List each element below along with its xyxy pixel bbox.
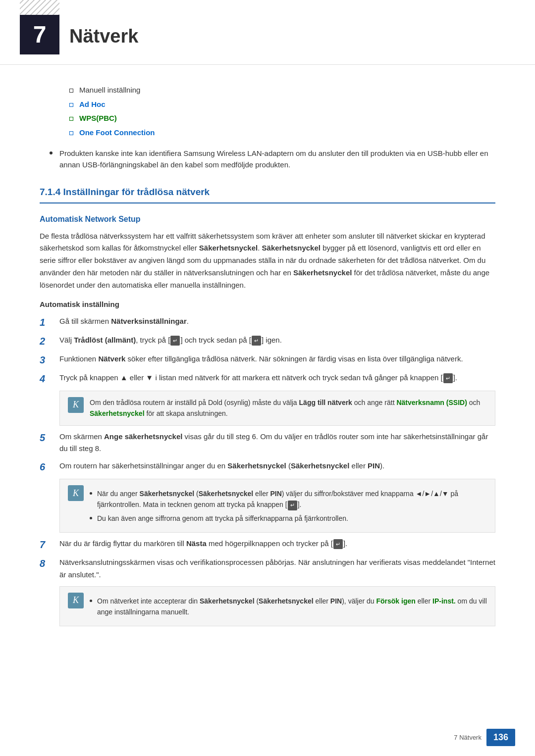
note-bullet: Du kan även ange siffrorna genom att try… (90, 513, 487, 524)
bold-text: Nätverk (98, 354, 125, 363)
green-bold-text: IP-inst. (432, 597, 456, 605)
bold-text: Lägg till nätverk (299, 399, 352, 406)
step-number: 8 (40, 556, 54, 570)
bullet-text: När du anger Säkerhetsnyckel (Säkerhetsn… (97, 488, 487, 510)
steps-list-end: 7 När du är färdig flyttar du markören t… (40, 538, 495, 581)
step-number: 7 (40, 538, 54, 552)
button-icon: ↵ (443, 373, 453, 383)
note-box-8: K Om nätverket inte accepterar din Säker… (59, 586, 495, 627)
bold-text: Ange säkerhetsnyckel (104, 432, 182, 441)
bold-text: PIN (368, 461, 380, 470)
bullet-dot (90, 517, 92, 519)
sub-bullet-list: Manuell inställning Ad Hoc WPS(PBC) One … (69, 85, 495, 138)
page-footer: 7 Nätverk 136 (0, 729, 535, 746)
bold-text: Säkerhetsnyckel (140, 490, 195, 498)
button-icon: ↵ (333, 539, 343, 549)
step-2: 2 Välj Trådlöst (allmänt), tryck på [↵] … (40, 334, 495, 348)
note-icon: K (68, 485, 84, 501)
green-bold-text: Säkerhetsnyckel (90, 409, 145, 417)
auto-install-heading: Automatisk inställning (40, 299, 495, 310)
note-content: Om nätverket inte accepterar din Säkerhe… (90, 593, 487, 620)
step-3: 3 Funktionen Nätverk söker efter tillgän… (40, 353, 495, 367)
subsection-auto-heading: Automatisk Network Setup (40, 213, 495, 225)
bold-text: PIN (330, 597, 342, 605)
step-text: Om routern har säkerhetsinställningar an… (59, 460, 495, 472)
green-bold-text: Försök igen (376, 597, 415, 605)
footer-page-number: 136 (486, 729, 515, 746)
bold-text: Säkerhetsnyckel (200, 597, 255, 605)
bullet-dot (90, 492, 92, 495)
bullet-square (69, 117, 73, 121)
button-icon: ↵ (288, 501, 297, 510)
bold-text: Säkerhetsnyckel (199, 490, 254, 498)
step-1: 1 Gå till skärmen Nätverksinställningar. (40, 315, 495, 329)
bullet-square (69, 89, 73, 93)
step-number: 6 (40, 460, 54, 474)
step-text: Gå till skärmen Nätverksinställningar. (59, 315, 495, 328)
bold-text: Säkerhetsnyckel (227, 461, 286, 470)
bullet-square (69, 131, 73, 135)
step-text: Om skärmen Ange säkerhetsnyckel visas gå… (59, 431, 495, 455)
step-number: 2 (40, 334, 54, 348)
note-bullets: När du anger Säkerhetsnyckel (Säkerhetsn… (90, 488, 487, 524)
bold-text: Nästa (186, 539, 207, 548)
green-bold-text: Nätverksnamn (SSID) (396, 399, 467, 406)
chapter-number-box: 7 (20, 15, 59, 54)
main-bullet-list: Produkten kanske inte kan identifiera Sa… (50, 148, 495, 170)
steps-list-continued: 5 Om skärmen Ange säkerhetsnyckel visas … (40, 431, 495, 474)
chapter-title: Nätverk (69, 15, 138, 50)
list-item: Manuell inställning (69, 85, 495, 96)
note-box-6: K När du anger Säkerhetsnyckel (Säkerhet… (59, 479, 495, 533)
step-6: 6 Om routern har säkerhetsinställningar … (40, 460, 495, 474)
step-7: 7 När du är färdig flyttar du markören t… (40, 538, 495, 552)
bullet-text: Om nätverket inte accepterar din Säkerhe… (97, 596, 487, 618)
bold-text: Trådlöst (allmänt) (74, 336, 136, 344)
page-container: 7 Nätverk Manuell inställning Ad Hoc WPS… (0, 0, 535, 756)
list-item: One Foot Connection (69, 127, 495, 139)
bullet-square (69, 103, 73, 107)
item-text: Ad Hoc (79, 99, 106, 110)
step-number: 3 (40, 353, 54, 367)
list-item: Produkten kanske inte kan identifiera Sa… (50, 148, 495, 170)
item-text: Produkten kanske inte kan identifiera Sa… (59, 148, 495, 170)
note-icon: K (68, 397, 84, 413)
bold-text: PIN (270, 490, 281, 498)
note-bullet: Om nätverket inte accepterar din Säkerhe… (90, 596, 487, 618)
list-item: WPS(PBC) (69, 113, 495, 124)
list-item: Ad Hoc (69, 99, 495, 110)
button-icon: ↵ (252, 336, 261, 346)
note-icon: K (68, 593, 84, 608)
intro-text: De flesta trådlösa nätverkssystem har et… (40, 230, 495, 292)
note-box-4: K Om den trådlösa routern är inställd på… (59, 391, 495, 426)
step-text: När du är färdig flyttar du markören til… (59, 538, 495, 550)
step-8: 8 Nätverksanslutningsskärmen visas och v… (40, 556, 495, 581)
step-number: 1 (40, 315, 54, 329)
step-text: Tryck på knappen ▲ eller ▼ i listan med … (59, 372, 495, 384)
step-number: 4 (40, 372, 54, 386)
section-714-heading: 7.1.4 Inställningar för trådlösa nätverk (40, 185, 495, 203)
note-content: Om den trådlösa routern är inställd på D… (90, 397, 487, 419)
step-4: 4 Tryck på knappen ▲ eller ▼ i listan me… (40, 372, 495, 386)
step-5: 5 Om skärmen Ange säkerhetsnyckel visas … (40, 431, 495, 455)
item-text: Manuell inställning (79, 85, 140, 96)
button-icon: ↵ (170, 336, 180, 346)
step-number: 5 (40, 431, 54, 445)
bullet-dot (50, 151, 53, 154)
bold-text: Säkerhetsnyckel (291, 461, 349, 470)
note-bullets: Om nätverket inte accepterar din Säkerhe… (90, 596, 487, 618)
content-area: Manuell inställning Ad Hoc WPS(PBC) One … (0, 85, 535, 661)
bold-text: Säkerhetsnyckel (262, 244, 321, 252)
footer-text: 7 Nätverk (454, 733, 482, 743)
chapter-header: 7 Nätverk (0, 0, 535, 65)
step-text: Välj Trådlöst (allmänt), tryck på [↵] oc… (59, 334, 495, 347)
chapter-number: 7 (33, 17, 47, 52)
bullet-dot (90, 600, 92, 602)
bold-text: Nätverksinställningar (111, 317, 187, 325)
item-text: One Foot Connection (79, 127, 155, 139)
note-content: När du anger Säkerhetsnyckel (Säkerhetsn… (90, 485, 487, 526)
step-text: Nätverksanslutningsskärmen visas och ver… (59, 556, 495, 581)
bold-text: Säkerhetsnyckel (259, 597, 314, 605)
bold-text: Säkerhetsnyckel (293, 268, 352, 277)
bullet-text: Du kan även ange siffrorna genom att try… (97, 513, 348, 524)
bold-text: Säkerhetsnyckel (199, 244, 258, 252)
